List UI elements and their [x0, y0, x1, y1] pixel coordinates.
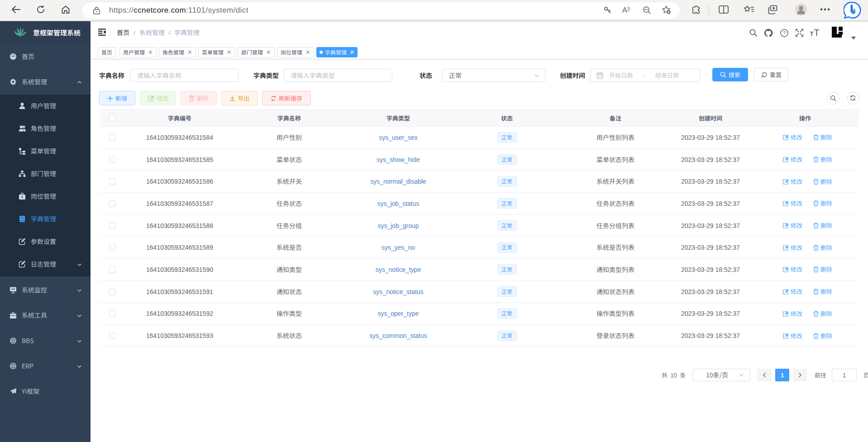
svg-text:?: ?: [783, 30, 786, 36]
